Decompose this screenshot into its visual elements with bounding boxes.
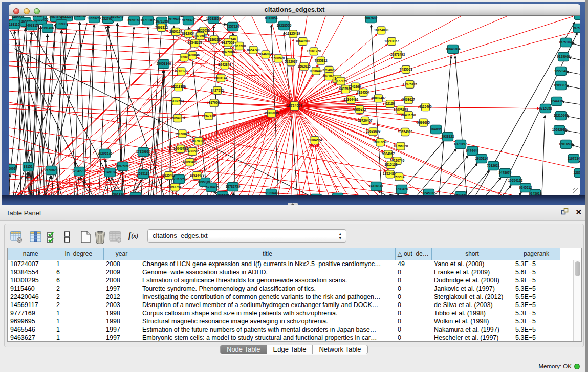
svg-text:7663822: 7663822 xyxy=(155,26,168,29)
svg-text:9084067: 9084067 xyxy=(382,152,395,156)
svg-text:17957253: 17957253 xyxy=(172,177,187,181)
svg-text:8990448: 8990448 xyxy=(310,69,322,73)
svg-text:8215958: 8215958 xyxy=(539,106,552,110)
svg-text:10756928: 10756928 xyxy=(394,144,408,148)
svg-text:9657794: 9657794 xyxy=(169,185,182,189)
svg-text:7632621: 7632621 xyxy=(487,164,500,167)
svg-text:7986322: 7986322 xyxy=(353,107,366,111)
svg-text:8912954: 8912954 xyxy=(182,32,194,35)
svg-text:6497568: 6497568 xyxy=(339,87,352,91)
svg-text:29053346: 29053346 xyxy=(157,62,171,65)
svg-text:10807487: 10807487 xyxy=(371,96,386,100)
svg-text:8813054: 8813054 xyxy=(265,16,278,20)
svg-text:7625402: 7625402 xyxy=(163,173,176,177)
svg-text:98961: 98961 xyxy=(180,55,189,59)
svg-text:1632205: 1632205 xyxy=(61,16,74,18)
svg-text:9245612: 9245612 xyxy=(519,186,532,189)
svg-text:2867608: 2867608 xyxy=(233,44,246,48)
svg-text:2087682: 2087682 xyxy=(365,16,378,20)
svg-text:9227342: 9227342 xyxy=(555,69,568,73)
svg-text:10654122: 10654122 xyxy=(508,179,523,182)
svg-text:12213967: 12213967 xyxy=(384,39,399,43)
svg-text:1244415: 1244415 xyxy=(551,99,563,103)
svg-text:12093872: 12093872 xyxy=(554,83,569,87)
svg-text:2651408: 2651408 xyxy=(129,195,142,195)
svg-text:8938923: 8938923 xyxy=(442,135,454,138)
svg-text:2803144: 2803144 xyxy=(214,76,227,80)
svg-text:1588520: 1588520 xyxy=(272,56,285,60)
svg-text:9115460: 9115460 xyxy=(419,105,432,108)
svg-text:9474444: 9474444 xyxy=(466,149,479,152)
svg-text:2595135: 2595135 xyxy=(137,172,150,176)
svg-text:16648784: 16648784 xyxy=(446,47,461,51)
svg-text:19654923: 19654923 xyxy=(170,116,185,120)
svg-text:8427552: 8427552 xyxy=(211,89,224,92)
svg-text:485001: 485001 xyxy=(9,167,16,170)
svg-text:2156829: 2156829 xyxy=(45,168,58,172)
svg-text:7485063: 7485063 xyxy=(400,68,412,71)
svg-text:15692991: 15692991 xyxy=(552,128,567,132)
svg-text:1498222: 1498222 xyxy=(186,149,199,153)
svg-text:7515524: 7515524 xyxy=(168,17,181,21)
svg-text:193110: 193110 xyxy=(9,23,20,26)
svg-text:1145194: 1145194 xyxy=(104,170,117,174)
svg-text:17016504: 17016504 xyxy=(559,142,574,146)
svg-text:12323448: 12323448 xyxy=(264,191,279,195)
svg-text:3875685: 3875685 xyxy=(222,50,235,54)
svg-text:2091406: 2091406 xyxy=(41,26,54,30)
svg-text:20206576: 20206576 xyxy=(98,151,113,155)
svg-text:7357224: 7357224 xyxy=(227,25,239,28)
svg-text:9242848: 9242848 xyxy=(219,63,231,67)
svg-text:9327500: 9327500 xyxy=(194,34,207,38)
svg-text:12213389: 12213389 xyxy=(171,85,186,89)
svg-text:917006: 917006 xyxy=(209,101,220,104)
svg-text:1595207: 1595207 xyxy=(216,194,229,195)
svg-text:6966160: 6966160 xyxy=(128,18,141,22)
svg-text:10653267: 10653267 xyxy=(87,16,102,20)
svg-text:17359924: 17359924 xyxy=(136,150,151,154)
svg-text:109531: 109531 xyxy=(56,22,67,26)
svg-text:16914479: 16914479 xyxy=(190,173,205,177)
svg-text:15716485: 15716485 xyxy=(204,185,219,189)
svg-text:15751074: 15751074 xyxy=(559,40,574,44)
svg-text:8878332: 8878332 xyxy=(192,139,205,143)
svg-text:1562615: 1562615 xyxy=(298,64,311,68)
svg-text:1287533: 1287533 xyxy=(574,171,580,174)
svg-text:18724007: 18724007 xyxy=(287,104,302,107)
svg-text:1167534: 1167534 xyxy=(568,157,580,160)
svg-text:48099489: 48099489 xyxy=(183,160,198,164)
svg-text:3267130: 3267130 xyxy=(202,114,215,118)
svg-text:16543362: 16543362 xyxy=(188,41,203,45)
svg-text:2935114: 2935114 xyxy=(475,157,488,160)
svg-text:16495758: 16495758 xyxy=(401,113,416,117)
svg-text:6879197: 6879197 xyxy=(454,142,467,146)
svg-text:1112843: 1112843 xyxy=(574,16,580,17)
svg-text:8209145: 8209145 xyxy=(111,16,124,18)
svg-text:1733426: 1733426 xyxy=(396,187,408,191)
svg-text:9129966: 9129966 xyxy=(557,55,570,58)
svg-text:5322037: 5322037 xyxy=(285,60,297,63)
svg-text:16154808: 16154808 xyxy=(374,28,389,32)
svg-text:16210643: 16210643 xyxy=(554,114,569,117)
svg-text:252214: 252214 xyxy=(394,175,405,179)
svg-text:1575107: 1575107 xyxy=(573,26,580,30)
svg-text:16107553: 16107553 xyxy=(169,99,184,103)
svg-text:1671355: 1671355 xyxy=(156,19,168,23)
svg-text:11325419: 11325419 xyxy=(286,32,301,35)
svg-text:15720407: 15720407 xyxy=(358,119,373,122)
svg-text:6794028: 6794028 xyxy=(322,68,335,72)
svg-text:10688609: 10688609 xyxy=(366,129,381,133)
svg-text:16961758: 16961758 xyxy=(307,49,321,53)
svg-text:9463627: 9463627 xyxy=(402,98,415,101)
svg-text:9245032: 9245032 xyxy=(423,191,435,195)
svg-text:19166825: 19166825 xyxy=(175,132,190,136)
svg-text:7955812: 7955812 xyxy=(315,59,328,62)
svg-text:10973493: 10973493 xyxy=(390,53,405,56)
svg-text:8764521: 8764521 xyxy=(454,194,467,195)
svg-text:18807249: 18807249 xyxy=(373,140,388,144)
svg-text:16033809: 16033809 xyxy=(206,17,221,20)
svg-text:9245613: 9245613 xyxy=(529,192,542,195)
svg-text:2718170: 2718170 xyxy=(175,69,188,73)
svg-text:62160: 62160 xyxy=(385,102,395,105)
svg-text:7031458: 7031458 xyxy=(74,16,86,17)
